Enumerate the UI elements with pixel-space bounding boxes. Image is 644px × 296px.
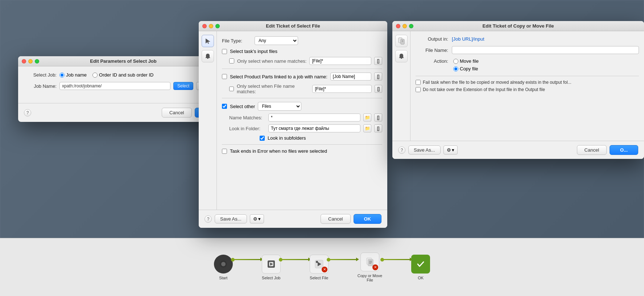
task-error-row: Task ends in Error when no files were se… [222, 148, 382, 154]
connector-4 [382, 259, 411, 267]
ok-label: OK [418, 276, 424, 280]
sf-footer-left: ? Save As... ⚙ ▾ [205, 214, 264, 223]
cf-cancel-btn[interactable]: Cancel [577, 145, 607, 155]
select-other-select[interactable]: Files Folders Both [258, 102, 301, 111]
only-select-name-checkbox[interactable] [229, 58, 234, 63]
copy-file-sidebar [392, 31, 410, 141]
task-error-checkbox[interactable] [222, 149, 227, 154]
output-in-label: Output in: [416, 36, 448, 42]
copy-move-error-badge: ✕ [372, 264, 378, 270]
radio-order-id[interactable] [92, 73, 98, 78]
select-file-dialog: Edit Ticket of Select File File Type: An… [199, 21, 387, 228]
lif-folder-btn[interactable]: 📁 [363, 124, 371, 132]
look-in-subfolders-row: Look in subfolders [260, 135, 382, 141]
workflow-node-select-file[interactable]: ✕ Select File [310, 255, 329, 280]
select-job-traffic-lights [22, 59, 39, 63]
radio-job-name-option[interactable]: Job name [59, 72, 87, 78]
cf-gear-arrow: ▾ [452, 147, 454, 153]
workflow-node-start[interactable]: Start [214, 255, 233, 280]
copy-file-radio[interactable] [453, 66, 458, 71]
look-in-subfolders-checkbox[interactable] [260, 136, 265, 141]
move-file-option[interactable]: Move file [453, 58, 479, 64]
sf-save-as-btn[interactable]: Save As... [215, 214, 247, 223]
start-label: Start [219, 276, 227, 280]
cf-footer-left: ? Save As... ⚙ ▾ [398, 145, 458, 155]
sf-gear-btn[interactable]: ⚙ ▾ [250, 214, 264, 223]
workflow-node-select-job[interactable]: Select Job [262, 255, 281, 280]
workflow-node-ok[interactable]: OK [411, 255, 430, 280]
look-in-folder-input[interactable] [268, 124, 360, 132]
sf-ok-btn[interactable]: OK [354, 214, 382, 224]
copy-file-traffic-lights [396, 24, 413, 28]
select-task-input-checkbox[interactable] [222, 49, 227, 54]
svg-marker-13 [206, 38, 210, 44]
cf-maximize-btn[interactable] [409, 24, 413, 28]
file-type-select[interactable]: Any PDF XML Image [255, 36, 298, 45]
only-select-bracket-btn[interactable]: [] [374, 57, 382, 65]
select-product-parts-checkbox[interactable] [222, 74, 227, 79]
select-other-checkbox[interactable] [222, 104, 227, 109]
maximize-btn[interactable] [35, 59, 39, 63]
cf-save-as-btn[interactable]: Save As... [408, 145, 441, 155]
job-name-input-sp[interactable] [330, 73, 371, 81]
look-in-subfolders-label: Look in subfolders [268, 135, 306, 141]
radio-group: Job name Order ID and sub order ID [59, 72, 153, 78]
nm-bracket-btn[interactable]: [] [374, 114, 382, 122]
svg-rect-14 [207, 58, 209, 59]
bell-icon-btn[interactable] [202, 50, 214, 62]
cf-gear-btn[interactable]: ⚙ ▾ [443, 145, 458, 155]
only-select-file-name-checkbox[interactable] [229, 86, 234, 91]
sp-bracket-btn[interactable]: [] [374, 73, 382, 81]
sf-cancel-btn[interactable]: Cancel [321, 214, 350, 224]
minimize-btn[interactable] [28, 59, 33, 63]
file-name-input-cf[interactable] [452, 46, 639, 54]
select-product-parts-label: Select Product Parts linked to a job wit… [230, 74, 327, 79]
fail-task-row: Fail task when the file to be copied or … [416, 80, 639, 85]
file-name-bracket-btn[interactable]: [] [375, 85, 382, 93]
cf-divider [416, 76, 639, 76]
gear-icon: ⚙ [253, 216, 257, 222]
job-name-label: Job Name: [24, 83, 57, 89]
file-type-row: File Type: Any PDF XML Image [222, 36, 382, 45]
radio-job-name[interactable] [59, 73, 65, 78]
name-matches-input[interactable] [268, 114, 360, 122]
select-product-parts-row: Select Product Parts linked to a job wit… [222, 73, 382, 81]
select-job-row: Select Job: Job name Order ID and sub or… [24, 72, 223, 78]
workflow-node-copy-move[interactable]: ✕ Copy or MoveFile [358, 252, 382, 282]
close-btn[interactable] [22, 59, 26, 63]
sf-minimize-btn[interactable] [209, 24, 213, 28]
cf-ok-btn[interactable]: O... [610, 145, 638, 155]
move-file-radio[interactable] [453, 59, 458, 64]
select-inline-btn[interactable]: Select [173, 82, 193, 90]
job-name-input[interactable] [59, 82, 170, 90]
copy-file-option[interactable]: Copy file [453, 66, 479, 71]
help-btn[interactable]: ? [24, 109, 31, 116]
only-select-file-name-label: Only select when File name matches: [237, 83, 309, 94]
cf-icon-btn[interactable] [395, 35, 408, 47]
select-job-title: Edit Parameters of Select Job [90, 58, 157, 64]
cursor-icon-btn[interactable] [202, 35, 214, 47]
radio-order-id-option[interactable]: Order ID and sub order ID [92, 72, 153, 78]
folder-icon-btn[interactable]: 📁 [363, 114, 371, 122]
fail-task-checkbox[interactable] [416, 80, 421, 85]
sf-help-btn[interactable]: ? [205, 215, 212, 223]
fail-task-label: Fail task when the file to be copied or … [423, 80, 571, 85]
cf-bell-btn[interactable] [395, 50, 408, 62]
only-select-file-name-input[interactable] [312, 85, 372, 93]
only-select-name-input[interactable] [309, 57, 371, 65]
svg-rect-19 [401, 58, 402, 59]
task-error-label: Task ends in Error when no files were se… [230, 148, 327, 154]
cancel-btn[interactable]: Cancel [162, 108, 191, 118]
do-not-take-checkbox[interactable] [416, 87, 421, 92]
cf-minimize-btn[interactable] [402, 24, 407, 28]
lif-bracket-btn[interactable]: [] [374, 124, 382, 132]
file-name-label-cf: File Name: [416, 48, 448, 53]
sf-close-btn[interactable] [202, 24, 207, 28]
copy-move-label: Copy or MoveFile [358, 274, 382, 282]
cf-help-btn[interactable]: ? [398, 147, 405, 154]
select-file-label: Select File [310, 276, 328, 280]
sf-maximize-btn[interactable] [215, 24, 220, 28]
only-select-name-row: Only select when name matches: [] [229, 57, 382, 65]
connector-2 [281, 259, 310, 267]
cf-close-btn[interactable] [396, 24, 400, 28]
